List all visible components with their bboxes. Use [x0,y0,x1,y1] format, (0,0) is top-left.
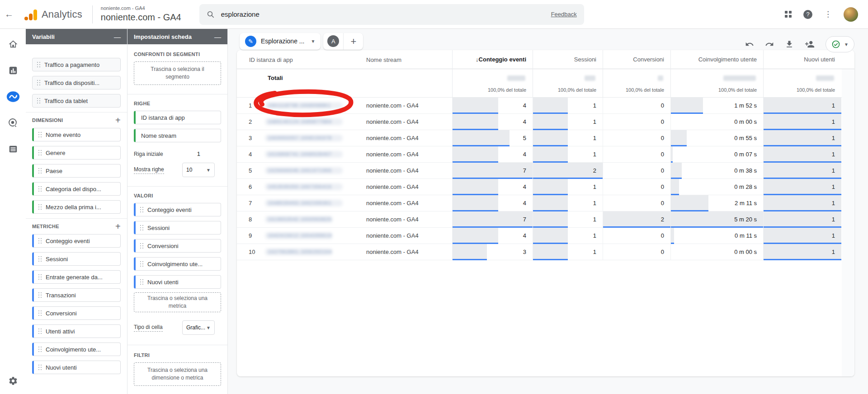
value-metric-chip[interactable]: Conversioni [134,239,221,253]
add-dimension-icon[interactable]: + [115,117,121,123]
conversions-value: 0 [661,163,664,178]
nav-explore-icon-active[interactable] [6,89,20,104]
add-tab-button[interactable]: + [343,33,363,50]
header-conversions[interactable]: Conversioni [603,50,670,69]
drag-handle-icon[interactable] [38,238,42,244]
drag-handle-icon[interactable] [140,225,144,230]
metric-chip[interactable]: Transazioni [32,288,121,302]
status-dropdown[interactable]: ▼ [826,36,854,52]
settings-gear-icon[interactable] [0,376,26,386]
show-rows-dropdown[interactable]: 10 ▼ [182,163,215,177]
nav-reports-icon[interactable] [6,63,20,78]
property-selector[interactable]: noniente.com - GA4 noniente.com - GA4 [101,5,181,23]
table-scroll-gutter[interactable] [842,69,854,376]
value-bar-underline [764,145,841,146]
share-add-user-icon[interactable] [805,39,815,49]
undo-icon[interactable] [745,40,754,49]
value-bar-underline [453,145,509,146]
filter-dropzone[interactable]: Trascina o seleziona una dimensione o me… [134,362,221,386]
metric-chip-label: Sessioni [46,256,68,263]
snapshot-a-button[interactable]: A [323,35,343,47]
drag-handle-icon[interactable] [38,292,42,298]
minimize-icon[interactable]: — [114,33,121,41]
metric-dropzone[interactable]: Trascina o seleziona una metrica [134,292,221,312]
segment-chip[interactable]: Traffico da dispositi... [32,76,121,89]
header-app-instance-id[interactable]: ID istanza di app [237,56,366,63]
event-count-cell: 4 [452,98,533,113]
metric-chip[interactable]: Conteggio eventi [32,234,121,248]
drag-handle-icon[interactable] [38,168,42,174]
drag-handle-icon[interactable] [38,132,42,137]
header-user-engagement[interactable]: Coinvolgimento utente [670,50,763,69]
drag-handle-icon[interactable] [38,274,42,280]
metric-chip[interactable]: Entrate generate da... [32,270,121,284]
drag-handle-icon[interactable] [38,310,42,316]
value-bar [764,163,841,178]
metric-chip[interactable]: Nuovi utenti [32,361,121,374]
value-metric-chip[interactable]: Coinvolgimento ute... [134,257,221,271]
download-icon[interactable] [785,40,794,49]
exploration-tab[interactable]: ✎ Esplorazione ... ▼ [240,33,321,50]
dimension-chip[interactable]: Mezzo della prima i... [32,200,121,214]
value-bar-underline [533,178,603,179]
drag-handle-icon[interactable] [38,347,42,352]
drag-handle-icon[interactable] [140,279,144,285]
redo-icon[interactable] [765,40,774,49]
drag-handle-icon[interactable] [37,80,41,85]
drag-handle-icon[interactable] [37,62,41,67]
dimension-chip[interactable]: Nome evento [32,128,121,141]
drag-handle-icon[interactable] [38,204,42,210]
search-input[interactable]: esplorazione [221,10,551,18]
dimension-chip[interactable]: Paese [32,164,121,178]
header-event-count-sorted[interactable]: ↓Conteggio eventi [452,50,533,69]
drag-handle-icon[interactable] [37,98,41,103]
metric-chip[interactable]: Coinvolgimento ute... [32,342,121,356]
header-sessions[interactable]: Sessioni [533,50,603,69]
header-new-users[interactable]: Nuovi utenti [763,50,841,69]
segment-chip[interactable]: Traffico a pagamento [32,58,121,71]
drag-handle-icon[interactable] [140,261,144,267]
drag-handle-icon[interactable] [38,328,42,334]
drag-handle-icon[interactable] [38,150,42,155]
value-metric-chip[interactable]: Conteggio eventi [134,203,221,216]
add-metric-icon[interactable]: + [115,223,121,230]
nav-library-icon[interactable] [6,142,20,156]
row-dimension-chip[interactable]: ID istanza di app [134,111,221,124]
help-icon[interactable]: ? [803,10,812,19]
chevron-down-icon[interactable]: ▼ [311,39,316,44]
segment-dropzone[interactable]: Trascina o seleziona il segmento [134,61,221,85]
avatar[interactable] [844,7,858,22]
metric-chip[interactable]: Conversioni [32,306,121,320]
back-arrow-icon[interactable]: ← [0,9,18,19]
value-metric-chip[interactable]: Sessioni [134,221,221,235]
feedback-link[interactable]: Feedback [551,11,577,18]
row-dimension-chip[interactable]: Nome stream [134,129,221,142]
minimize-icon[interactable]: — [214,33,221,41]
more-menu-icon[interactable]: ⋮ [824,9,832,19]
dimension-chip[interactable]: Genere [32,146,121,159]
metric-chip[interactable]: Sessioni [32,252,121,266]
value-bar [671,195,708,211]
blurred-app-instance-id: 1619653542.1659969826 [265,216,333,223]
table-row: 51626666646.1661971966noniente.com - GA4… [237,163,854,179]
value-metric-chip[interactable]: Nuovi utenti [134,275,221,289]
sessions-cell: 1 [533,130,603,146]
dimension-chip[interactable]: Categoria del dispo... [32,182,121,196]
row-dimension-chip-label: Nome stream [141,132,176,139]
header-stream-name[interactable]: Nome stream [366,56,452,63]
new-users-cell: 1 [763,228,841,244]
drag-handle-icon[interactable] [38,256,42,262]
drag-handle-icon[interactable] [38,186,42,192]
nav-home-icon[interactable] [6,37,20,52]
nav-advertising-icon[interactable] [6,116,20,130]
segment-chip[interactable]: Traffico da tablet [32,94,121,108]
cell-type-dropdown[interactable]: Grafic... ▼ [182,320,215,335]
apps-grid-icon[interactable] [785,11,792,18]
search-bar[interactable]: esplorazione Feedback [199,4,584,25]
metric-chip[interactable]: Utenti attivi [32,324,121,338]
drag-handle-icon[interactable] [140,243,144,249]
drag-handle-icon[interactable] [38,365,42,370]
value-bar-underline [453,161,498,163]
drag-handle-icon[interactable] [140,207,144,212]
start-row-input[interactable]: 1 [197,150,200,157]
